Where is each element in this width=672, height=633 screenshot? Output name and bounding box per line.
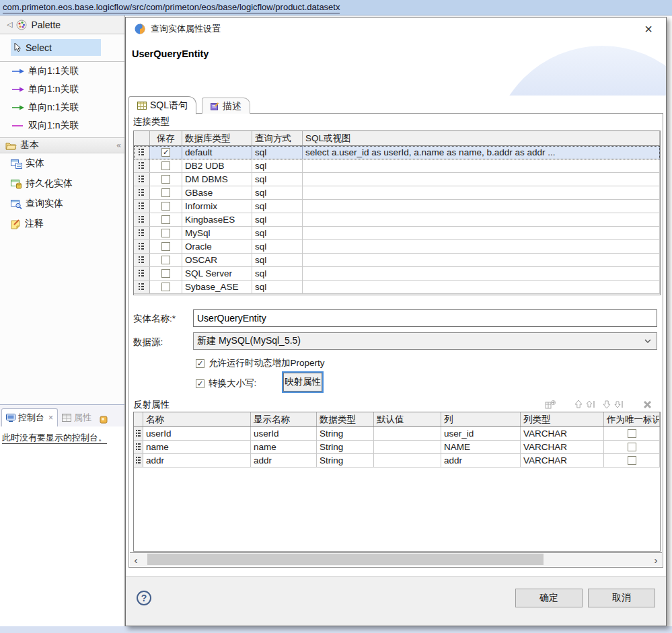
scrollbar-track[interactable] xyxy=(142,553,650,566)
column-cell[interactable]: NAME xyxy=(441,441,521,453)
tab-description[interactable]: 描述 xyxy=(202,98,250,114)
default-value-cell[interactable] xyxy=(374,441,441,453)
sql-cell[interactable] xyxy=(303,173,660,186)
tab-partial[interactable] xyxy=(96,413,112,426)
name-cell[interactable]: addr xyxy=(143,454,251,467)
table-row[interactable]: KingbaseES sql xyxy=(134,213,660,227)
entity-name-input[interactable] xyxy=(193,309,657,327)
collapse-section-icon[interactable]: « xyxy=(116,141,121,150)
ok-button[interactable]: 确定 xyxy=(515,589,583,607)
save-checkbox[interactable] xyxy=(161,283,170,291)
table-row[interactable]: OSCAR sql xyxy=(134,254,660,267)
save-checkbox[interactable] xyxy=(161,148,170,157)
table-row[interactable]: DM DBMS sql xyxy=(134,173,660,186)
data-type-cell[interactable]: String xyxy=(317,441,374,453)
db-type-cell[interactable]: MySql xyxy=(182,227,252,239)
row-handle-icon[interactable] xyxy=(134,240,150,253)
name-cell[interactable]: name xyxy=(143,441,251,453)
save-checkbox[interactable] xyxy=(161,269,170,278)
unique-checkbox[interactable] xyxy=(628,443,636,451)
save-checkbox[interactable] xyxy=(161,202,170,211)
tab-properties[interactable]: 属性 xyxy=(58,409,96,426)
table-row[interactable]: MySql sql xyxy=(134,227,660,240)
tab-sql-statement[interactable]: SQL语句 xyxy=(128,96,196,114)
scroll-right-icon[interactable]: › xyxy=(650,553,662,566)
query-mode-cell[interactable]: sql xyxy=(252,281,303,293)
data-type-cell[interactable]: String xyxy=(317,427,374,440)
sql-cell[interactable]: select a.user_id as userId, a.name as na… xyxy=(303,146,660,159)
sql-cell[interactable] xyxy=(303,159,660,172)
cancel-button[interactable]: 取消 xyxy=(588,589,655,607)
sql-cell[interactable] xyxy=(303,213,660,226)
dynamic-property-checkbox[interactable] xyxy=(196,359,204,368)
row-handle-icon[interactable] xyxy=(134,186,150,199)
default-value-cell[interactable] xyxy=(374,427,441,440)
move-top-icon[interactable] xyxy=(585,399,597,410)
db-type-cell[interactable]: DB2 UDB xyxy=(182,159,252,172)
db-type-cell[interactable]: DM DBMS xyxy=(182,173,252,186)
row-handle-icon[interactable] xyxy=(134,281,150,293)
table-row[interactable]: SQL Server sql xyxy=(134,267,660,281)
scrollbar-thumb[interactable] xyxy=(147,554,544,565)
dynamic-property-option[interactable]: 允许运行时动态增加Property xyxy=(196,357,325,369)
help-icon[interactable]: ? xyxy=(137,591,151,605)
convert-case-option[interactable]: 转换大小写: xyxy=(196,377,256,389)
column-header-data-type[interactable]: 数据类型 xyxy=(317,412,374,426)
column-type-cell[interactable]: VARCHAR xyxy=(521,427,604,440)
table-row[interactable]: addr addr String addr VARCHAR xyxy=(134,454,660,468)
query-mode-cell[interactable]: sql xyxy=(252,227,303,239)
default-value-cell[interactable] xyxy=(374,454,441,467)
display-name-cell[interactable]: addr xyxy=(251,454,317,467)
column-header-save[interactable]: 保存 xyxy=(150,131,182,145)
table-row[interactable]: userId userId String user_id VARCHAR xyxy=(134,427,660,441)
sql-cell[interactable] xyxy=(303,281,660,293)
move-bottom-icon[interactable] xyxy=(613,399,625,410)
datasource-select[interactable]: 新建 MySQL(MySql_5.5) xyxy=(193,332,657,350)
table-row[interactable]: Informix sql xyxy=(134,200,660,213)
move-down-icon[interactable] xyxy=(601,399,613,410)
table-row[interactable]: Oracle sql xyxy=(134,240,660,254)
sql-cell[interactable] xyxy=(303,254,660,266)
convert-case-checkbox[interactable] xyxy=(196,379,204,388)
column-header-query-mode[interactable]: 查询方式 xyxy=(252,131,303,145)
save-checkbox[interactable] xyxy=(161,242,170,251)
table-row[interactable]: default sql select a.user_id as userId, … xyxy=(134,146,660,159)
row-handle-icon[interactable] xyxy=(134,254,150,266)
display-name-cell[interactable]: name xyxy=(251,441,317,453)
save-checkbox[interactable] xyxy=(161,175,170,184)
db-type-cell[interactable]: SQL Server xyxy=(182,267,252,280)
query-mode-cell[interactable]: sql xyxy=(252,173,303,186)
unique-checkbox[interactable] xyxy=(628,429,636,438)
query-mode-cell[interactable]: sql xyxy=(252,159,303,172)
table-row[interactable]: DB2 UDB sql xyxy=(134,159,660,173)
palette-section-basic[interactable]: 基本 « xyxy=(0,137,124,153)
query-mode-cell[interactable]: sql xyxy=(252,200,303,213)
row-handle-icon[interactable] xyxy=(134,173,150,186)
row-handle-icon[interactable] xyxy=(134,454,143,467)
save-checkbox[interactable] xyxy=(161,161,170,170)
row-handle-icon[interactable] xyxy=(134,227,150,239)
save-checkbox[interactable] xyxy=(161,256,170,264)
sql-cell[interactable] xyxy=(303,227,660,239)
close-icon[interactable]: × xyxy=(644,22,652,37)
db-type-cell[interactable]: OSCAR xyxy=(182,254,252,266)
scroll-left-icon[interactable]: ‹ xyxy=(130,553,142,566)
column-header-column-type[interactable]: 列类型 xyxy=(521,412,604,426)
palette-tool-select[interactable]: Select xyxy=(11,39,101,56)
db-type-cell[interactable]: Sybase_ASE xyxy=(182,281,252,293)
sql-cell[interactable] xyxy=(303,240,660,253)
row-handle-icon[interactable] xyxy=(134,267,150,280)
db-type-cell[interactable]: default xyxy=(182,146,252,159)
row-handle-icon[interactable] xyxy=(134,146,150,159)
column-header-db-type[interactable]: 数据库类型 xyxy=(182,131,252,145)
column-type-cell[interactable]: VARCHAR xyxy=(521,454,604,467)
column-cell[interactable]: addr xyxy=(441,454,521,467)
collapse-palette-icon[interactable]: ◁ xyxy=(7,20,12,29)
row-handle-icon[interactable] xyxy=(134,427,143,440)
data-type-cell[interactable]: String xyxy=(317,454,374,467)
save-checkbox[interactable] xyxy=(161,188,170,197)
column-type-cell[interactable]: VARCHAR xyxy=(521,441,604,453)
column-header-name[interactable]: 名称 xyxy=(143,412,251,426)
tab-console[interactable]: 控制台 × xyxy=(1,408,58,426)
column-header-sql-or-view[interactable]: SQL或视图 xyxy=(303,131,660,145)
